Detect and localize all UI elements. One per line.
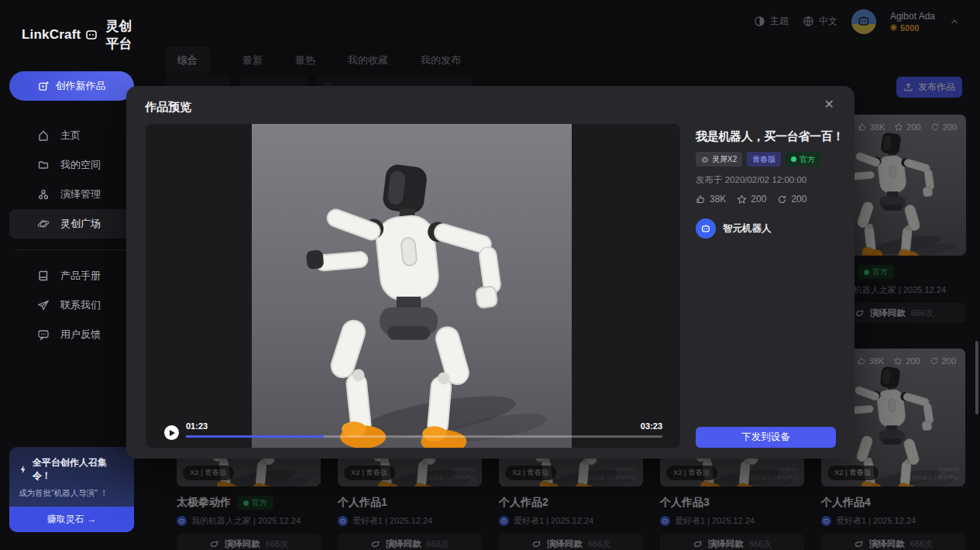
thumb-up-icon xyxy=(696,194,706,205)
video-player: 01:23 03:23 xyxy=(146,124,680,448)
current-time: 01:23 xyxy=(186,421,208,431)
sidebar-item-product-manual[interactable]: 产品手册 xyxy=(9,261,134,290)
work-details-panel: 我是机器人，买一台省一百！ 灵犀X2 青春版 官方 发布于 2020/02/02… xyxy=(696,124,836,448)
book-icon xyxy=(37,270,50,282)
sidebar-item-home[interactable]: 主页 xyxy=(9,121,134,150)
paper-plane-icon xyxy=(37,299,50,311)
work-tags: 灵犀X2 青春版 官方 xyxy=(696,152,836,167)
sidebar-item-user-feedback[interactable]: 用户反馈 xyxy=(9,320,134,349)
robot-head-icon xyxy=(701,156,709,163)
lightning-icon xyxy=(19,465,28,474)
likes-stat: 38K xyxy=(696,194,726,205)
video-frame xyxy=(252,124,572,448)
sidebar-item-my-space[interactable]: 我的空间 xyxy=(9,150,134,180)
promo-title: 全平台创作人召集令！ xyxy=(19,456,125,483)
sidebar-divider xyxy=(15,249,128,250)
brand-logo[interactable]: LinkCraft 灵创平台 xyxy=(0,0,143,53)
stars-stat: 200 xyxy=(737,194,766,205)
robot-illustration xyxy=(252,124,572,448)
official-dot-icon xyxy=(791,156,796,162)
shares-stat: 200 xyxy=(777,194,806,205)
brand-name: LinkCraft xyxy=(22,27,81,43)
author-name: 智元机器人 xyxy=(723,222,772,235)
star-icon xyxy=(737,194,747,205)
author-row[interactable]: 智元机器人 xyxy=(696,218,836,239)
work-preview-modal: 作品预览 ✕ 01:23 03:23 我是机器人，买一台省一百！ 灵犀X2 青春… xyxy=(126,86,854,459)
deploy-to-device-button[interactable]: 下发到设备 xyxy=(696,427,836,448)
edition-tag: 青春版 xyxy=(747,152,781,167)
logo-mark-icon xyxy=(85,29,98,41)
nodes-icon xyxy=(37,188,50,201)
folder-icon xyxy=(37,159,50,171)
promo-subtitle: 成为首批"机器人导演" ！ xyxy=(19,488,125,499)
close-icon[interactable]: ✕ xyxy=(824,98,834,111)
progress-bar[interactable] xyxy=(186,435,662,438)
play-button[interactable] xyxy=(164,425,179,440)
author-avatar xyxy=(696,218,716,239)
promo-card: 全平台创作人召集令！ 成为首批"机器人导演" ！ 赚取灵石 → xyxy=(9,447,134,532)
create-video-icon xyxy=(38,81,50,92)
player-controls: 01:23 03:23 xyxy=(164,419,662,440)
sidebar-item-performance-management[interactable]: 演绎管理 xyxy=(9,180,134,209)
brand-platform: 灵创平台 xyxy=(105,17,143,53)
sidebar-item-lingchuang-plaza[interactable]: 灵创广场 xyxy=(9,209,134,239)
sidebar-nav: 主页 我的空间 演绎管理 灵创广场 产品手册 联系我们 用户反馈 xyxy=(0,121,143,349)
publish-date: 发布于 2020/02/02 12:00:00 xyxy=(696,174,836,186)
planet-icon xyxy=(37,218,50,230)
earn-gems-button[interactable]: 赚取灵石 → xyxy=(9,507,134,532)
official-tag: 官方 xyxy=(786,152,820,167)
play-icon xyxy=(170,430,175,436)
model-tag: 灵犀X2 xyxy=(696,152,742,167)
home-icon xyxy=(37,129,50,142)
sidebar: LinkCraft 灵创平台 创作新作品 主页 我的空间 演绎管理 灵创广场 产… xyxy=(0,0,143,550)
share-loop-icon xyxy=(777,194,787,205)
duration: 03:23 xyxy=(641,421,662,431)
work-title: 我是机器人，买一台省一百！ xyxy=(696,129,836,144)
progress-fill xyxy=(186,435,324,438)
feedback-chat-icon xyxy=(37,328,50,341)
work-stats: 38K 200 200 xyxy=(696,194,836,205)
modal-title: 作品预览 xyxy=(145,100,191,115)
sidebar-item-contact-us[interactable]: 联系我们 xyxy=(9,290,134,320)
create-new-work-button[interactable]: 创作新作品 xyxy=(9,71,134,101)
scrollbar-thumb[interactable] xyxy=(975,341,978,414)
